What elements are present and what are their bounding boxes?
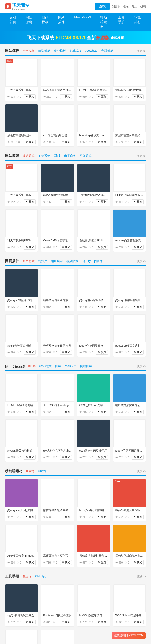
resource-card[interactable]: CrossCMS内容管理系统 v3.7👁 814♡ 0👁 预览	[41, 209, 74, 252]
resource-card[interactable]: bootstrap项目乱序打乱拷贝👁 392♡ 0👁 预览	[113, 314, 146, 357]
resource-card[interactable]: 基于CSS3的Loading等候加载👁 772♡ 0👁 预览	[41, 374, 74, 416]
tab[interactable]: 网页特效	[23, 259, 35, 263]
tab[interactable]: 下载系统	[38, 154, 50, 158]
preview-button[interactable]: 👁 预览	[96, 560, 108, 565]
resource-card[interactable]: jQuery css开启_关闭开关效果👁 741♡ 0👁 预览	[5, 479, 38, 521]
preview-button[interactable]: 👁 预览	[96, 140, 108, 144]
preview-button[interactable]: 👁 预览	[24, 245, 36, 250]
more-link[interactable]: 更多>>	[137, 575, 146, 578]
top-link[interactable]: 注册	[132, 5, 137, 8]
preview-button[interactable]: 👁 预览	[132, 515, 144, 519]
resource-card[interactable]: 飞天下载系统FTDMS V1.1.3👁 134♡ 0👁 预览	[5, 209, 38, 252]
nav-item[interactable]: 工具手册	[114, 13, 130, 31]
resource-card[interactable]: 黑色订单管理系统(shtml)👁 81♡ 0👁 预览	[5, 104, 38, 147]
preview-button[interactable]: 👁 预览	[24, 455, 36, 460]
preview-button[interactable]: 👁 预览	[96, 199, 108, 204]
preview-button[interactable]: 👁 预览	[60, 620, 72, 624]
preview-button[interactable]: 👁 预览	[96, 620, 108, 624]
tab[interactable]: 前端模板	[38, 49, 50, 53]
resource-card[interactable]: 精选飞天下载网后台管理(home)模板👁 261♡ 0👁 预览	[41, 59, 74, 101]
tab[interactable]: html5	[28, 364, 36, 368]
preview-button[interactable]: 👁 预览	[24, 140, 36, 144]
tab[interactable]: UI效果	[38, 469, 47, 473]
resource-card[interactable]: 家居产品宣传响应式网站HTML模板👁 559♡ 0👁 预览	[113, 104, 146, 147]
more-link[interactable]: 更多>>	[137, 49, 146, 53]
resource-card[interactable]: APP项目售卖HTML5模板👁 574♡ 0👁 预览	[5, 525, 38, 567]
preview-button[interactable]: 👁 预览	[132, 410, 144, 414]
resource-card[interactable]: 响应式音频按钮拖动式果品预处理👁 523♡ 0👁 预览	[113, 374, 146, 416]
nav-item[interactable]: 网站插件	[54, 13, 70, 31]
resource-card[interactable]: Bootstrap切换组件工具👁 641♡ 0👁 预览	[41, 584, 74, 627]
tab[interactable]: js插件	[94, 259, 103, 263]
nav-item[interactable]: 网站源码	[21, 13, 37, 31]
preview-button[interactable]: 👁 预览	[24, 515, 36, 519]
preview-button[interactable]: 👁 预览	[96, 94, 108, 99]
preview-button[interactable]: 👁 预览	[60, 305, 72, 309]
preview-button[interactable]: 👁 预览	[132, 199, 144, 204]
preview-button[interactable]: 👁 预览	[132, 245, 144, 250]
logo[interactable]: ft 飞天素材 ftsucai.com	[5, 2, 30, 11]
nav-item[interactable]: 网站模板	[37, 13, 54, 31]
resource-card[interactable]: eleAdmin后台管理系统 v1.0👁 766♡ 0👁 预览	[41, 164, 74, 206]
preview-button[interactable]: 👁 预览	[24, 410, 36, 414]
resource-card[interactable]: 轻巧及格简单日历拷贝👁 556♡ 0👁 预览	[41, 314, 74, 357]
resource-card[interactable]: 表单5分钟高效排版👁 590♡ 0👁 预览	[5, 314, 38, 357]
resource-card[interactable]: jQuery滑动缩略全图预览幻灯片👁 790♡ 0👁 预览	[77, 269, 110, 311]
resource-card[interactable]: 在线富编辑器UEditor PHP版(UTF8) v1.4.3.2👁 720♡ …	[77, 209, 110, 252]
resource-card[interactable]: jquery手风琴图片展示效果👁 752♡ 0👁 预览	[113, 419, 146, 462]
preview-button[interactable]: 👁 预览	[60, 350, 72, 355]
preview-button[interactable]: 👁 预览	[96, 515, 108, 519]
resource-card[interactable]: 站点js插件调试工具盒👁 702♡ 0👁 预览	[5, 584, 38, 627]
resource-card[interactable]: css3圆盘动画旋转图示👁 752♡ 0👁 预览	[77, 419, 110, 462]
resource-card[interactable]: vrfx后台商品后台管理模板👁 766♡ 0👁 预览	[41, 104, 74, 147]
resource-card[interactable]: bootstrap登录页html模板👁 977♡ 0👁 预览	[77, 104, 110, 147]
preview-button[interactable]: 👁 预览	[132, 94, 144, 99]
tab[interactable]: bootstrap	[85, 49, 97, 53]
resource-card[interactable]: 推荐飞天下载系统FTDMS X3.1.0开源版👁 142♡ 0👁 预览	[5, 164, 38, 206]
preview-button[interactable]: 👁 预览	[96, 305, 108, 309]
tab[interactable]: jQuery	[82, 259, 91, 263]
more-link[interactable]: 更多>>	[137, 364, 146, 368]
resource-card[interactable]: 个性化windows表格管理系统👁 781♡ 0👁 预览	[77, 164, 110, 206]
resource-card[interactable]: MySQL数据库学习手册👁 702♡ 0👁 预览	[77, 584, 110, 627]
resource-card[interactable]: MUI移动端手机前端App组件👁 714♡ 0👁 预览	[77, 479, 110, 521]
tab[interactable]: Chtml页	[35, 574, 46, 579]
preview-button[interactable]: 👁 预览	[60, 560, 72, 565]
resource-card[interactable]: 团购类型减商城电商系统模板👁 520♡ 0👁 预览	[113, 525, 146, 567]
more-link[interactable]: 更多>>	[137, 469, 146, 473]
tab[interactable]: 专题模板	[101, 49, 113, 53]
resource-card[interactable]: mocms内容管理系统0.0.1👁 785♡ 0👁 预览	[113, 209, 146, 252]
preview-button[interactable]: 👁 预览	[24, 94, 36, 99]
resource-card[interactable]: NEW微商外卖购营店模板👁 552♡ 0👁 预览	[113, 479, 146, 521]
preview-button[interactable]: 👁 预览	[96, 455, 108, 460]
tab[interactable]: 后台模板	[23, 49, 35, 53]
resource-card[interactable]: W3C School离线手册👁 641♡ 0👁 预览	[113, 584, 146, 627]
resource-card[interactable]: 简洁响应式Bootstrap后台网站模板👁 995♡ 0👁 预览	[113, 59, 146, 101]
preview-button[interactable]: 👁 预览	[60, 410, 72, 414]
preview-button[interactable]: 👁 预览	[96, 410, 108, 414]
top-link[interactable]: 投稿	[140, 5, 146, 8]
tab[interactable]: 幻灯片	[38, 259, 47, 263]
resource-card[interactable]: jQuery大转盘源代码👁 176♡ 0👁 预览	[5, 269, 38, 311]
resource-card[interactable]: HTML5金融理财网站模板(cryptocoin)👁 960♡ 0👁 预览	[5, 374, 38, 416]
preview-button[interactable]: 👁 预览	[132, 305, 144, 309]
preview-button[interactable]: 👁 预览	[96, 350, 108, 355]
top-link[interactable]: 我喜欢	[112, 5, 120, 8]
search-input[interactable]	[33, 3, 95, 10]
preview-button[interactable]: 👁 预览	[96, 245, 108, 250]
preview-button[interactable]: 👁 预览	[132, 560, 144, 565]
tab[interactable]: CMS	[54, 154, 61, 158]
nav-item[interactable]: html5&css3	[70, 13, 96, 31]
tab[interactable]: 电子商务	[64, 154, 76, 158]
float-promo-badge[interactable]: 依依源码网 Y1YM.COM	[112, 632, 146, 639]
resource-card[interactable]: HTML5金融理财网站模板(cryptocoin)👁 960♡ 0👁 预览	[77, 59, 110, 101]
resource-card[interactable]: 缩略图点击可竖拖放图片滑动全屏jQuery👁 912♡ 0👁 预览	[41, 269, 74, 311]
preview-button[interactable]: 👁 预览	[24, 350, 36, 355]
preview-button[interactable]: 👁 预览	[60, 140, 72, 144]
preview-button[interactable]: 👁 预览	[132, 350, 144, 355]
preview-button[interactable]: 👁 预览	[132, 455, 144, 460]
nav-item[interactable]: 素材首页	[5, 13, 21, 31]
tab[interactable]: 企业模板	[54, 49, 66, 53]
preview-button[interactable]: 👁 预览	[24, 620, 36, 624]
resource-card[interactable]: jQuery日期事件控件插件应用示例👁 593♡ 0👁 预览	[113, 269, 146, 311]
